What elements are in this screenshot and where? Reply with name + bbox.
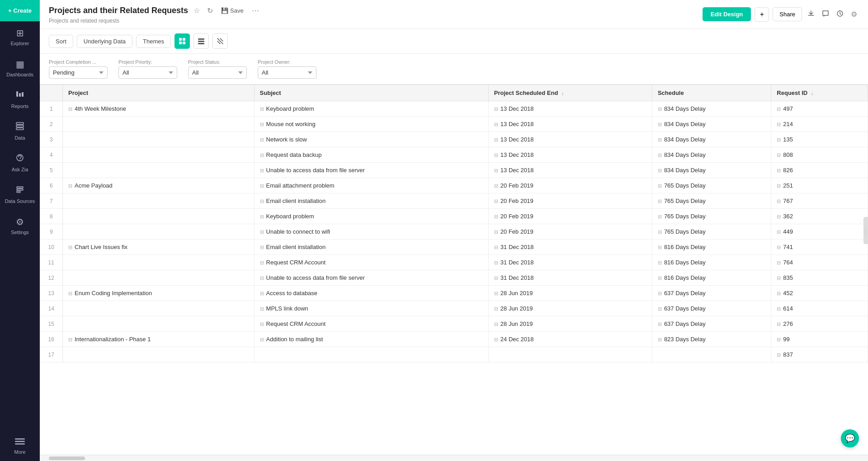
settings-gear-button[interactable]: ⚙ [849, 8, 859, 20]
subject-icon: ⊟ [260, 245, 264, 250]
cell-project [63, 270, 255, 286]
share-button[interactable]: Share [773, 7, 802, 21]
chat-button[interactable]: 💬 [841, 429, 859, 447]
date-icon: ⊟ [494, 275, 498, 281]
request-id-text: 449 [783, 228, 793, 235]
edit-design-button[interactable]: Edit Design [703, 7, 751, 21]
cell-scheduled-end: ⊟13 Dec 2018 [488, 147, 652, 163]
svg-rect-10 [17, 191, 20, 193]
sidebar-item-dashboards[interactable]: ▦ Dashboards [0, 52, 40, 84]
col-schedule-label: Schedule [658, 89, 684, 96]
table-row: 3⊟Network is slow⊟13 Dec 2018⊟834 Days D… [40, 132, 868, 147]
scheduled-end-text: 13 Dec 2018 [500, 151, 534, 158]
request-icon: ⊟ [777, 229, 781, 235]
table-row: 16⊟Internationalization - Phase 1⊟Additi… [40, 332, 868, 347]
cell-subject: ⊟Request CRM Account [254, 255, 488, 270]
subject-text: Keyboard problem [266, 105, 314, 112]
themes-button[interactable]: Themes [136, 35, 171, 48]
request-id-text: 614 [783, 305, 793, 312]
list-view-button[interactable] [193, 33, 209, 49]
cell-project [63, 255, 255, 270]
more-options-button[interactable]: ⋯ [250, 5, 261, 17]
grid-view-button[interactable] [175, 33, 190, 49]
sidebar-item-data-sources[interactable]: Data Sources [0, 179, 40, 210]
cell-request-id: ⊟449 [771, 224, 868, 240]
favorite-button[interactable]: ☆ [192, 5, 202, 17]
col-request-id[interactable]: Request ID ↓ [771, 85, 868, 101]
svg-rect-15 [179, 38, 182, 41]
col-row-num [40, 85, 63, 101]
reports-icon [15, 90, 24, 101]
cell-schedule: ⊟765 Days Delay [652, 178, 771, 193]
sort-button[interactable]: Sort [49, 35, 73, 48]
underlying-data-button[interactable]: Underlying Data [77, 35, 132, 48]
cell-row-num: 7 [40, 193, 63, 209]
scheduled-end-text: 20 Feb 2019 [500, 198, 533, 204]
project-name: Enum Coding Implementation [75, 290, 152, 296]
filter-priority-select[interactable]: All High Medium Low [118, 66, 177, 79]
date-icon: ⊟ [494, 198, 498, 204]
filter-status: Project Status: All Active Inactive [188, 59, 247, 79]
subject-icon: ⊟ [260, 260, 264, 265]
schedule-text: 834 Days Delay [664, 121, 706, 127]
scrollbar-thumb[interactable] [49, 456, 85, 460]
sidebar-item-data[interactable]: Data [0, 115, 40, 147]
date-icon: ⊟ [494, 168, 498, 173]
create-button[interactable]: + Create [0, 0, 40, 21]
filter-status-select[interactable]: All Active Inactive [188, 66, 247, 79]
filter-completion-select[interactable]: Pending All Completed [49, 66, 108, 79]
save-button[interactable]: 💾 Save [218, 5, 246, 16]
history-button[interactable] [835, 8, 845, 21]
sidebar-item-more[interactable]: More [0, 430, 40, 461]
table-row: 1⊟4th Week Milestone⊟Keyboard problem⊟13… [40, 101, 868, 117]
expand-icon[interactable]: ⊟ [68, 183, 72, 188]
add-button[interactable]: + [755, 7, 769, 22]
col-subject[interactable]: Subject [254, 85, 488, 101]
expand-icon[interactable]: ⊟ [68, 245, 72, 250]
schedule-text: 637 Days Delay [664, 305, 706, 312]
sidebar-item-ask-zia[interactable]: Ask Zia [0, 147, 40, 179]
cell-request-id: ⊟452 [771, 286, 868, 301]
sidebar-item-reports[interactable]: Reports [0, 84, 40, 115]
col-project[interactable]: Project [63, 85, 255, 101]
export-button[interactable] [806, 8, 816, 21]
cell-row-num: 12 [40, 270, 63, 286]
subject-icon: ⊟ [260, 229, 264, 235]
data-table: Project Subject Project Scheduled End ↓ … [40, 85, 868, 362]
filter-owner-select[interactable]: All [258, 66, 316, 79]
expand-icon[interactable]: ⊟ [68, 291, 72, 296]
toolbar: Sort Underlying Data Themes [40, 29, 868, 54]
sidebar-item-settings[interactable]: ⚙ Settings [0, 210, 40, 241]
pivot-view-button[interactable] [212, 33, 228, 49]
cell-schedule: ⊟834 Days Delay [652, 163, 771, 178]
cell-subject: ⊟Email attachment problem [254, 178, 488, 193]
sidebar-item-explorer[interactable]: ⊞ Explorer [0, 21, 40, 52]
schedule-text: 834 Days Delay [664, 167, 706, 174]
table-row: 12⊟Unable to access data from file serve… [40, 270, 868, 286]
cell-project [63, 163, 255, 178]
horizontal-scrollbar[interactable] [40, 455, 868, 461]
date-icon: ⊟ [494, 321, 498, 327]
comment-button[interactable] [820, 8, 831, 21]
expand-icon[interactable]: ⊟ [68, 337, 72, 342]
col-schedule[interactable]: Schedule [652, 85, 771, 101]
cell-project: ⊟Acme Payload [63, 178, 255, 193]
scheduled-end-text: 13 Dec 2018 [500, 121, 534, 127]
cell-row-num: 17 [40, 347, 63, 362]
cell-project [63, 147, 255, 163]
filters-bar: Project Completion ... Pending All Compl… [40, 54, 868, 85]
cell-project [63, 193, 255, 209]
cell-schedule: ⊟637 Days Delay [652, 316, 771, 332]
col-scheduled-end[interactable]: Project Scheduled End ↓ [488, 85, 652, 101]
refresh-button[interactable]: ↻ [205, 5, 215, 17]
sidebar-item-label: Data Sources [5, 198, 35, 204]
request-id-text: 741 [783, 244, 793, 250]
table-row: 5⊟Unable to access data from file server… [40, 163, 868, 178]
svg-rect-9 [17, 189, 23, 190]
expand-icon[interactable]: ⊟ [68, 106, 72, 112]
resize-handle[interactable]: ⋮ [863, 217, 868, 244]
svg-rect-12 [15, 441, 25, 442]
cell-schedule: ⊟637 Days Delay [652, 301, 771, 316]
filter-owner: Project Owner: All [258, 59, 316, 79]
scheduled-end-text: 28 Jun 2019 [500, 305, 533, 312]
